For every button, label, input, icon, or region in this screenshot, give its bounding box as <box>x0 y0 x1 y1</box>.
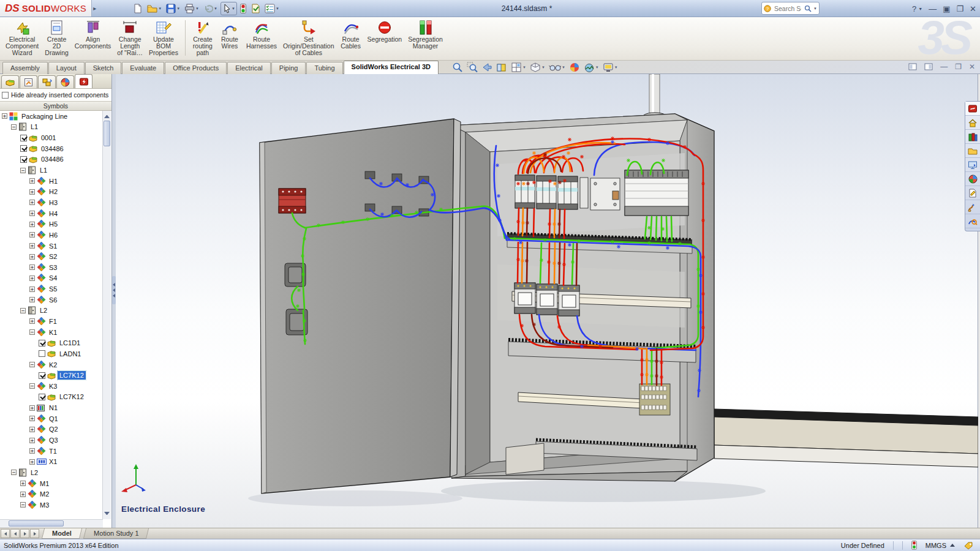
expand-toggle[interactable]: + <box>29 222 35 227</box>
graphics-viewport[interactable]: Electrical Enclosure <box>116 74 978 528</box>
expand-toggle[interactable]: + <box>29 318 35 324</box>
expand-toggle[interactable]: + <box>29 200 35 205</box>
tree-item-h6[interactable]: +H6 <box>0 230 103 241</box>
electrical-component-wizard-button[interactable]: Electrical Component Wizard <box>2 18 42 59</box>
collapse-toggle[interactable]: − <box>29 362 35 367</box>
panel-tab-configurations[interactable] <box>38 75 56 88</box>
expand-toggle[interactable]: + <box>29 178 35 184</box>
tree-item-0001[interactable]: 0001 <box>0 132 103 143</box>
change-length-button[interactable]: Change Length of "Rai… <box>114 18 146 59</box>
plc-unit[interactable] <box>625 170 688 216</box>
terminal-block[interactable] <box>639 384 670 415</box>
route-cables-button[interactable]: Route Cables <box>337 18 364 59</box>
tab-layout[interactable]: Layout <box>48 62 85 74</box>
scrollbar-thumb[interactable] <box>9 520 64 527</box>
collapse-toggle[interactable]: − <box>20 308 26 313</box>
scrollbar-thumb[interactable] <box>104 121 110 146</box>
task-pane-tab-route-tools[interactable] <box>965 214 980 228</box>
open-button[interactable]: ▼ <box>146 2 163 15</box>
tab-office-products[interactable]: Office Products <box>165 62 227 74</box>
panel-tab-components[interactable] <box>1 75 19 88</box>
tree-item-m1[interactable]: +M1 <box>0 478 103 489</box>
close-button[interactable]: ✕ <box>970 4 976 13</box>
tree-item-s4[interactable]: +S4 <box>0 273 103 284</box>
task-pane-tab-appearances-scenes[interactable] <box>965 172 980 186</box>
visibility-checkbox[interactable] <box>20 135 27 141</box>
tree-item-h1[interactable]: +H1 <box>0 176 103 187</box>
visibility-checkbox[interactable] <box>20 156 27 163</box>
scroll-last-tab-button[interactable] <box>30 529 39 538</box>
collapse-toggle[interactable]: − <box>11 470 17 475</box>
panel-tab-solidworks-electrical[interactable] <box>75 74 92 88</box>
tab-solidworks-electrical-3d[interactable]: SolidWorks Electrical 3D <box>344 61 439 74</box>
file-properties-button[interactable] <box>249 2 262 15</box>
visibility-checkbox[interactable] <box>39 340 45 347</box>
tree-item-packaging-line[interactable]: +Packaging Line <box>0 111 103 122</box>
expand-toggle[interactable]: + <box>29 232 35 238</box>
tree-item-034486[interactable]: 034486 <box>0 154 103 165</box>
tree-item-l1[interactable]: −L1 <box>0 122 103 133</box>
tree-item-k3[interactable]: −K3 <box>0 381 103 392</box>
panel-tab-display[interactable] <box>56 75 74 88</box>
expand-toggle[interactable]: + <box>29 287 35 292</box>
doc-close-button[interactable]: ✕ <box>969 62 975 71</box>
conveyor-beam[interactable] <box>714 409 978 467</box>
task-pane-tab-custom-properties[interactable] <box>965 186 980 200</box>
tree-item-q1[interactable]: +Q1 <box>0 413 103 424</box>
expand-toggle[interactable]: + <box>29 254 35 260</box>
task-pane-tab-design-library[interactable] <box>965 130 980 144</box>
doc-tab-motion-study-1[interactable]: Motion Study 1 <box>83 528 149 539</box>
expand-toggle[interactable]: + <box>20 492 26 497</box>
visibility-checkbox[interactable] <box>39 372 45 379</box>
tree-item-k1[interactable]: −K1 <box>0 327 103 338</box>
task-pane-tab-swe-properties[interactable] <box>965 200 980 214</box>
tree-item-m3[interactable]: −M3 <box>0 500 103 511</box>
units-selector[interactable]: MMGS <box>925 542 955 549</box>
expand-toggle[interactable]: + <box>29 438 35 443</box>
scroll-prev-tab-button[interactable] <box>10 529 20 538</box>
collapse-toggle[interactable]: − <box>11 124 17 130</box>
expand-toggle[interactable]: + <box>29 459 35 465</box>
expand-toggle[interactable]: + <box>29 405 35 411</box>
tree-item-m2[interactable]: +M2 <box>0 489 103 500</box>
edit-appearance-button[interactable] <box>569 62 580 73</box>
doc-tab-model[interactable]: Model <box>42 528 82 539</box>
panel-tab-properties[interactable] <box>20 75 37 88</box>
expand-toggle[interactable]: + <box>29 243 35 249</box>
din-module[interactable] <box>580 178 588 208</box>
expand-toggle[interactable]: + <box>29 189 35 195</box>
tree-item-t1[interactable]: +T1 <box>0 446 103 457</box>
tree-item-n1[interactable]: +N1 <box>0 402 103 413</box>
tree-item-x1[interactable]: +X1 <box>0 457 103 468</box>
rebuild-button[interactable] <box>239 2 247 15</box>
task-pane-tab-view-palette[interactable] <box>965 158 980 172</box>
task-pane-tab-file-explorer[interactable] <box>965 144 980 158</box>
doc-restore-button[interactable]: ❐ <box>955 62 962 71</box>
tree-item-s3[interactable]: +S3 <box>0 262 103 273</box>
create-routing-path-button[interactable]: Create routing path <box>189 18 216 59</box>
tree-item-s5[interactable]: +S5 <box>0 283 103 294</box>
tab-electrical[interactable]: Electrical <box>227 62 271 74</box>
zoom-fit-button[interactable] <box>452 62 463 73</box>
tree-item-s1[interactable]: +S1 <box>0 241 103 252</box>
tab-evaluate[interactable]: Evaluate <box>122 62 164 74</box>
expand-toggle[interactable]: + <box>20 481 26 486</box>
tag-icon[interactable] <box>963 541 974 550</box>
create-2d-drawing-button[interactable]: Create 2D Drawing <box>42 18 72 59</box>
tree-item-lc7k12[interactable]: LC7K12 <box>0 392 103 403</box>
tree-item-q2[interactable]: +Q2 <box>0 424 103 435</box>
scroll-first-tab-button[interactable] <box>1 529 10 538</box>
expand-toggle[interactable]: + <box>29 276 35 281</box>
tree-item-h2[interactable]: +H2 <box>0 186 103 197</box>
units-dropdown-icon[interactable] <box>950 544 955 547</box>
tree-item-s6[interactable]: +S6 <box>0 294 103 305</box>
tree-item-q3[interactable]: +Q3 <box>0 435 103 446</box>
view-settings-button[interactable]: ▼ <box>603 62 618 73</box>
collapse-toggle[interactable]: − <box>20 168 26 173</box>
section-view-button[interactable] <box>496 62 507 73</box>
expand-toggle[interactable]: + <box>29 448 35 454</box>
expand-toggle[interactable]: + <box>29 427 35 432</box>
set-origin-destination-button[interactable]: Set Origin/Destination of Cables <box>280 18 337 59</box>
hide-inserted-checkbox[interactable] <box>2 92 9 99</box>
save-button[interactable]: ▼ <box>165 2 181 15</box>
